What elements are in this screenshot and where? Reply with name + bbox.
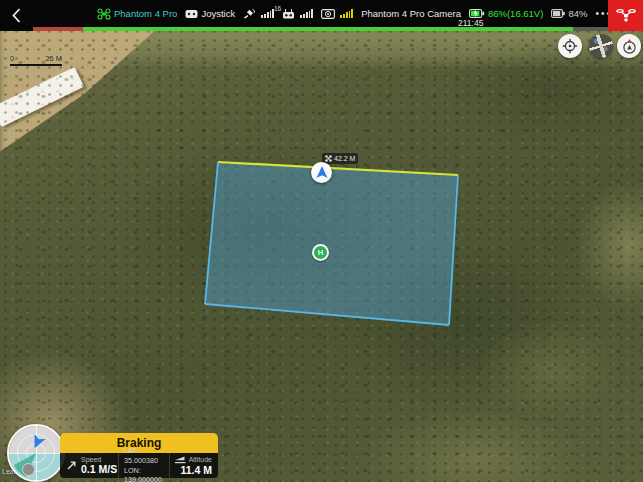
- speed-value: 0.1 M/S: [81, 464, 117, 476]
- map-thumbnail-icon: [589, 34, 613, 58]
- camera-name: Phantom 4 Pro Camera: [361, 8, 461, 19]
- top-status-bar: Phantom 4 Pro Joystick: [0, 0, 643, 31]
- rc-battery-status[interactable]: 84%: [551, 8, 587, 19]
- gps-signal-bars: [261, 9, 274, 18]
- map-layer-toggle-button[interactable]: [589, 34, 613, 58]
- map-view[interactable]: [0, 0, 643, 482]
- progress-segment-remaining: [573, 27, 608, 31]
- scale-line: [10, 64, 62, 66]
- home-point-marker: H: [312, 244, 329, 261]
- aircraft-status[interactable]: Phantom 4 Pro: [97, 8, 177, 20]
- app: 0 25 M 42.2 M H: [0, 0, 643, 482]
- aircraft-battery-value: 86%(16.61V): [488, 8, 543, 19]
- scale-start-label: 0: [10, 55, 14, 63]
- compass-reset-button[interactable]: [617, 34, 641, 58]
- aircraft-name: Phantom 4 Pro: [114, 8, 177, 19]
- center-on-aircraft-button[interactable]: [558, 34, 582, 58]
- rc-signal-bars: [300, 9, 313, 18]
- attitude-compass-widget[interactable]: [7, 424, 65, 482]
- map-light-patch: [360, 410, 590, 482]
- hd-camera-icon: [321, 9, 335, 19]
- map-building: [0, 67, 84, 127]
- altitude-value: 11.4 M: [180, 464, 212, 476]
- mode-icon: [185, 9, 198, 19]
- control-mode-status[interactable]: Joystick: [185, 8, 235, 19]
- rc-signal-status[interactable]: [282, 8, 313, 20]
- status-bar-middle: Phantom 4 Pro Joystick: [33, 0, 608, 31]
- telemetry-panel: Speed 0.1 M/S LAT: 35.000380 LON: 139.00…: [60, 453, 218, 478]
- satellite-icon: [243, 8, 256, 20]
- altitude-label: Altitude: [189, 456, 212, 463]
- target-icon: [562, 38, 578, 54]
- map-forest-patch: [330, 240, 600, 410]
- rc-battery-icon: [551, 8, 565, 19]
- drone-icon: [97, 8, 111, 20]
- aircraft-distance-badge: 42.2 M: [322, 153, 358, 164]
- progress-segment-red: [33, 27, 83, 31]
- rth-drone-icon: [615, 7, 637, 25]
- altitude-section: Altitude 11.4 M: [170, 453, 218, 478]
- mini-drone-icon: [325, 155, 332, 162]
- map-field-patch: [0, 26, 160, 158]
- map-scale-bar: 0 25 M: [10, 55, 62, 66]
- control-mode-label: Joystick: [201, 8, 235, 19]
- rc-battery-value: 84%: [568, 8, 587, 19]
- home-point-label: H: [318, 248, 323, 257]
- hd-signal-bars: [340, 9, 353, 18]
- map-light-patch: [575, 180, 643, 310]
- status-row: Phantom 4 Pro Joystick: [33, 0, 608, 27]
- gps-satellite-count: 16: [274, 5, 281, 12]
- compass-icon: [621, 38, 638, 55]
- map-forest-patch: [440, 36, 643, 146]
- remote-controller-icon: [282, 8, 295, 20]
- coordinates-section: LAT: 35.000380 LON: 139.000000: [118, 453, 170, 478]
- longitude-value: LON: 139.000000: [124, 466, 169, 482]
- altitude-icon: [174, 455, 186, 464]
- gps-status[interactable]: 16: [243, 8, 274, 20]
- map-terrain-strip: [0, 28, 643, 64]
- scale-end-label: 25 M: [45, 55, 62, 63]
- back-button[interactable]: [0, 0, 33, 31]
- back-chevron-icon: [12, 8, 21, 23]
- aircraft-heading-arrow-icon: [316, 166, 328, 179]
- aircraft-marker: [311, 162, 332, 183]
- latitude-value: LAT: 35.000380: [124, 446, 169, 465]
- map-light-patch: [480, 320, 620, 420]
- mission-progress-bar: [33, 27, 608, 31]
- aircraft-distance-value: 42.2 M: [334, 153, 355, 164]
- speed-arrow-icon: [66, 460, 77, 471]
- hd-signal-status[interactable]: [321, 9, 353, 19]
- mission-timer: 211:45: [458, 18, 483, 28]
- progress-segment-green: [83, 27, 573, 31]
- speed-section: Speed 0.1 M/S: [60, 453, 118, 478]
- return-to-home-button[interactable]: [608, 0, 643, 31]
- compass-sub-dial: [22, 463, 35, 476]
- map-forest-patch: [110, 140, 420, 320]
